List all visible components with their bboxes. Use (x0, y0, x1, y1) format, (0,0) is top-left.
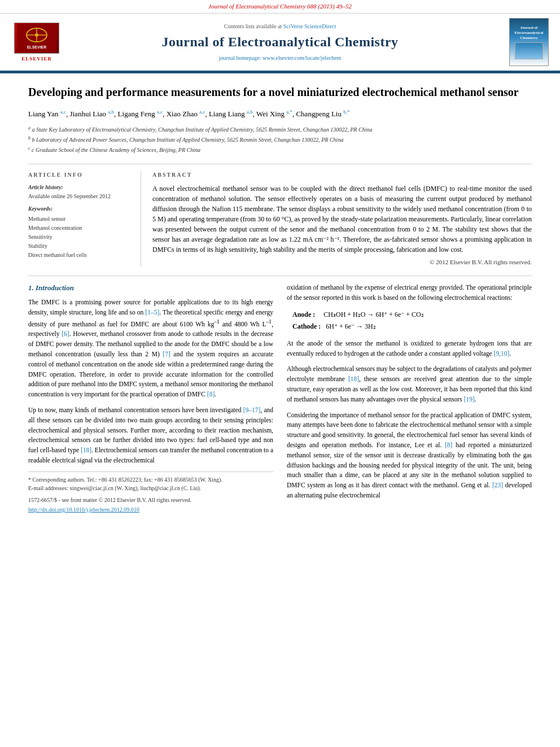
anode-equation: Anode : CH₃OH + H₂O → 6H⁺ + 6e⁻ + CO₂ (292, 309, 532, 321)
keyword-methanol-sensor: Methanol sensor (28, 215, 132, 224)
sciverse-line: Contents lists available at SciVerse Sci… (62, 23, 498, 30)
journal-title: Journal of Electroanalytical Chemistry (62, 33, 498, 52)
ref-6: [6] (62, 330, 69, 337)
equations-block: Anode : CH₃OH + H₂O → 6H⁺ + 6e⁻ + CO₂ Ca… (287, 309, 532, 333)
journal-thumbnail-area: Journal ofElectroanalyticalChemistry (498, 18, 549, 66)
author-ligang-feng: Ligang Feng a,c, (118, 110, 167, 118)
abstract-column: ABSTRACT A novel electrochemical methano… (152, 171, 532, 267)
svg-text:ELSEVIER: ELSEVIER (27, 45, 47, 49)
footnote-issn-area: 1572-6657/$ - see front matter © 2012 El… (28, 496, 273, 514)
keyword-sensitivity: Sensitivity (28, 233, 132, 242)
ref-18b: [18] (348, 375, 359, 382)
author-liang-liang: Liang Liang a,b, (209, 110, 256, 118)
affiliation-c: c c Graduate School of the Chinese Acade… (28, 145, 532, 154)
ref-8: [8] (207, 391, 215, 397)
right-paragraph-2: At the anode of the sensor the methanol … (287, 339, 532, 359)
keyword-stability: Stability (28, 242, 132, 251)
ref-7: [7] (163, 351, 170, 357)
ref-18: [18] (81, 447, 91, 453)
author-jianhui-liao: Jianhui Liao a,b, (69, 110, 117, 118)
footnote-corresponding: * Corresponding authors. Tel.: +86 431 8… (28, 475, 273, 484)
ref-9-17: [9–17] (243, 407, 261, 413)
affiliation-b: b b Laboratory of Advanced Power Sources… (28, 135, 532, 144)
keyword-methanol-concentration: Methanol concentration (28, 224, 132, 233)
journal-header: ELSEVIER ELSEVIER Contents lists availab… (0, 14, 560, 72)
footnote-doi-link[interactable]: http://dx.doi.org/10.1016/j.jelechem.201… (28, 506, 139, 513)
sciverse-prefix: Contents lists available at (224, 23, 282, 29)
article-info-column: ARTICLE INFO Article history: Available … (28, 171, 141, 267)
author-wei-xing: Wei Xing a,*, (256, 110, 296, 118)
ref-9-10: [9,10] (494, 350, 510, 357)
elsevier-brand-text: ELSEVIER (21, 55, 52, 63)
affiliations: a a State Key Laboratory of Electroanaly… (28, 125, 532, 155)
author-changpeng-liu: Changpeng Liu b,* (296, 110, 349, 118)
history-value: Available online 26 September 2012 (28, 193, 132, 200)
keyword-dmfc: Direct methanol fuel cells (28, 251, 132, 260)
abstract-text: A novel electrochemical methanol sensor … (152, 184, 532, 255)
right-paragraph-3: Although electrochemical sensors may be … (287, 364, 532, 404)
sciverse-link[interactable]: SciVerse ScienceDirect (283, 23, 336, 29)
elsevier-logo-area: ELSEVIER ELSEVIER (11, 23, 62, 63)
keywords-label: Keywords: (28, 205, 132, 213)
journal-citation-text: Journal of Electroanalytical Chemistry 6… (208, 3, 352, 10)
homepage-label: journal homepage: (219, 55, 261, 61)
right-paragraph-4: Considering the importance of methanol s… (287, 410, 532, 501)
journal-citation-bar: Journal of Electroanalytical Chemistry 6… (0, 0, 560, 14)
abstract-header: ABSTRACT (152, 171, 532, 179)
homepage-url[interactable]: www.elsevier.com/locate/jelechem (262, 55, 341, 61)
ref-19: [19] (464, 396, 475, 403)
article-title: Developing and performance measurements … (28, 85, 532, 99)
article-info-header: ARTICLE INFO (28, 171, 132, 179)
journal-title-area: Contents lists available at SciVerse Sci… (62, 23, 498, 62)
elsevier-logo-graphic: ELSEVIER (14, 23, 59, 54)
journal-cover-thumb: Journal ofElectroanalyticalChemistry (509, 18, 549, 66)
history-label: Article history: (28, 184, 132, 191)
journal-homepage: journal homepage: www.elsevier.com/locat… (62, 54, 498, 62)
ref-23: [23] (492, 482, 503, 488)
copyright-line: © 2012 Elsevier B.V. All rights reserved… (152, 258, 532, 267)
body-columns: 1. Introduction The DMFC is a promising … (28, 283, 532, 514)
article-meta-section: ARTICLE INFO Article history: Available … (28, 171, 532, 267)
cathode-equation: Cathode : 6H⁺ + 6e⁻ → 3H₂ (292, 321, 532, 333)
authors-line: Liang Yan a,c, Jianhui Liao a,b, Ligang … (28, 107, 532, 120)
section-divider-1 (28, 164, 532, 164)
body-left-column: 1. Introduction The DMFC is a promising … (28, 283, 273, 514)
ref-8b: [8] (445, 442, 452, 448)
svg-point-4 (35, 33, 38, 37)
footnote-area: * Corresponding authors. Tel.: +86 431 8… (28, 471, 273, 514)
author-xiao-zhao: Xiao Zhao a,c, (167, 110, 209, 118)
introduction-title: 1. Introduction (28, 283, 273, 293)
main-content: Developing and performance measurements … (0, 73, 560, 526)
right-paragraph-1: oxidation of methanol by the expense of … (287, 283, 532, 303)
footnote-emails: E-mail addresses: xingwei@ciac.jl.cn (W.… (28, 484, 273, 492)
intro-paragraph-2: Up to now, many kinds of methanol concen… (28, 405, 273, 466)
affiliation-a: a a State Key Laboratory of Electroanaly… (28, 125, 532, 134)
intro-paragraph-1: The DMFC is a promising power source for… (28, 298, 273, 400)
author-liang-yan: Liang Yan a,c, (28, 110, 69, 118)
footnote-issn: 1572-6657/$ - see front matter © 2012 El… (28, 496, 273, 504)
body-right-column: oxidation of methanol by the expense of … (287, 283, 532, 514)
ref-1-5: [1–5] (145, 309, 159, 316)
section-divider-2 (28, 276, 532, 276)
